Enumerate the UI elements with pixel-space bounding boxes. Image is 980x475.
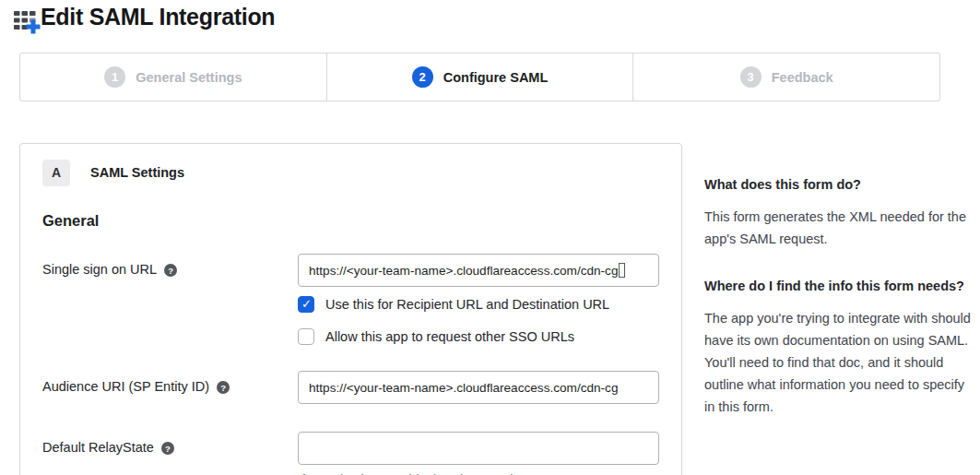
step-number-badge: 1 <box>104 66 125 88</box>
group-title-general: General <box>42 212 659 230</box>
sso-url-label-group: Single sign on URL ? <box>42 254 298 347</box>
step-general-settings[interactable]: 1 General Settings <box>20 53 326 101</box>
other-sso-checkbox-row: Allow this app to request other SSO URLs <box>298 327 659 347</box>
sidebar-heading-where: Where do I find the info this form needs… <box>704 277 974 296</box>
content-area: A SAML Settings General Single sign on U… <box>19 143 974 475</box>
section-header: A SAML Settings <box>42 159 659 186</box>
step-feedback[interactable]: 3 Feedback <box>632 53 939 101</box>
sso-url-row: Single sign on URL ? https://<your-team-… <box>42 254 659 347</box>
sidebar-body-where: The app you're trying to integrate with … <box>704 307 974 418</box>
step-label: General Settings <box>136 70 242 85</box>
audience-uri-row: Audience URI (SP Entity ID) ? <box>42 371 659 404</box>
page-header: Edit SAML Integration <box>0 0 980 44</box>
other-sso-checkbox[interactable] <box>298 328 314 345</box>
page-title: Edit SAML Integration <box>41 4 275 30</box>
relay-state-controls: If no value is set, a blank RelayState i… <box>298 432 659 475</box>
step-label: Configure SAML <box>443 70 549 85</box>
audience-uri-input[interactable] <box>298 371 659 404</box>
wizard-stepbar: 1 General Settings 2 Configure SAML 3 Fe… <box>19 53 940 101</box>
saml-settings-panel: A SAML Settings General Single sign on U… <box>19 143 682 475</box>
relay-state-label: Default RelayState <box>42 440 154 455</box>
recipient-url-checkbox-row: Use this for Recipient URL and Destinati… <box>298 294 659 315</box>
audience-uri-controls <box>298 371 659 404</box>
app-grid-plus-icon <box>12 6 41 36</box>
help-icon[interactable]: ? <box>164 264 177 277</box>
help-icon[interactable]: ? <box>217 381 230 394</box>
relay-state-row: Default RelayState ? If no value is set,… <box>42 432 659 475</box>
section-title: SAML Settings <box>90 165 184 180</box>
audience-uri-label: Audience URI (SP Entity ID) <box>42 379 209 394</box>
section-badge: A <box>42 160 70 186</box>
relay-state-label-group: Default RelayState ? <box>42 432 298 475</box>
step-label: Feedback <box>772 70 833 85</box>
sidebar-heading-what: What does this form do? <box>704 175 974 195</box>
sso-url-controls: https://<your-team-name>.cloudflareacces… <box>298 254 659 347</box>
recipient-url-checkbox-label: Use this for Recipient URL and Destinati… <box>325 297 609 312</box>
step-configure-saml[interactable]: 2 Configure SAML <box>326 53 633 101</box>
sso-url-input[interactable]: https://<your-team-name>.cloudflareacces… <box>298 254 659 287</box>
sidebar-body-what: This form generates the XML needed for t… <box>704 206 974 250</box>
help-icon[interactable]: ? <box>161 442 174 455</box>
recipient-url-checkbox[interactable] <box>298 296 314 313</box>
help-sidebar: What does this form do? This form genera… <box>704 143 974 475</box>
step-number-badge: 3 <box>740 66 762 88</box>
sso-url-label: Single sign on URL <box>42 262 157 277</box>
text-cursor <box>619 263 625 278</box>
sso-url-value: https://<your-team-name>.cloudflareacces… <box>309 264 618 278</box>
other-sso-checkbox-label: Allow this app to request other SSO URLs <box>325 329 574 344</box>
audience-uri-label-group: Audience URI (SP Entity ID) ? <box>42 371 298 404</box>
step-number-badge: 2 <box>412 66 433 88</box>
relay-state-input[interactable] <box>298 432 659 465</box>
